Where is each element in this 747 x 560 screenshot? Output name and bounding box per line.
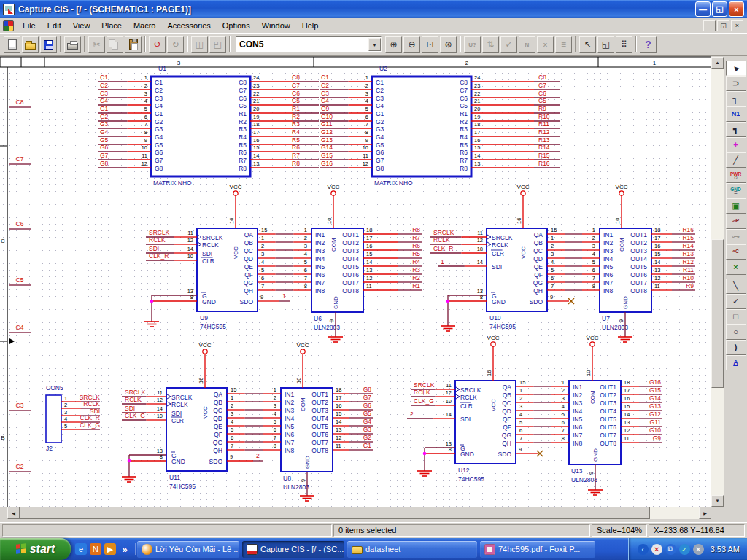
tray-globe-icon[interactable]: ✓ (679, 544, 690, 555)
component-J2[interactable]: CON5J21SRCLK2RCLK3SDI4CLK_R5CLK_G (46, 384, 100, 452)
svg-text:CLK_R: CLK_R (433, 245, 453, 252)
component-U7[interactable]: U7ULN2803IN1OUT118R16IN2OUT217R15IN3OUT3… (600, 184, 695, 342)
svg-text:G3: G3 (363, 426, 372, 433)
place-bus-entry-button[interactable]: ╱ (726, 152, 746, 168)
svg-text:5: 5 (64, 423, 67, 429)
component-U9[interactable]: U974HC595SRCLK11SRCLKRCLK12RCLKSDI14SDIC… (144, 184, 290, 330)
mdi-close-button[interactable]: × (731, 20, 743, 31)
draw-rectangle-button[interactable]: □ (726, 309, 746, 324)
mdi-restore-button[interactable]: ◱ (717, 20, 729, 31)
tray-collapse-icon[interactable]: ‹ (638, 544, 649, 555)
svg-text:G3: G3 (100, 120, 109, 128)
component-U1[interactable]: U1MATRIX NHOC11C1C22C2C33C3C44C4G15G1G26… (98, 65, 319, 187)
place-text-button[interactable]: A (726, 355, 746, 370)
svg-text:14: 14 (187, 246, 193, 252)
svg-text:IN6: IN6 (603, 271, 614, 279)
svg-text:VCC: VCC (517, 184, 530, 190)
svg-text:G2: G2 (363, 434, 372, 441)
place-power-button[interactable]: PWR○ (726, 168, 746, 183)
schematic-page[interactable]: 321CBC8C7C6C5C4C3C2U1MATRIX NHOC11C1C22C… (0, 0, 711, 522)
svg-text:IN5: IN5 (573, 416, 583, 423)
hscroll-right-button[interactable]: ▶ (699, 507, 711, 519)
select-tool-button[interactable]: ▲ (726, 61, 746, 76)
place-ground-button[interactable]: GND≡ (726, 183, 746, 198)
quick-launch-ie-icon[interactable]: e (75, 543, 87, 555)
svg-text:8: 8 (304, 283, 307, 289)
svg-text:R8: R8 (239, 165, 247, 172)
svg-text:G12: G12 (649, 411, 661, 418)
place-junction-button[interactable]: + (726, 137, 746, 152)
svg-text:G6: G6 (376, 149, 384, 156)
place-wire-button[interactable]: ┐ (726, 91, 746, 106)
horizontal-scrollbar[interactable]: ◀▶ (7, 507, 711, 519)
svg-text:IN6: IN6 (315, 271, 325, 279)
svg-text:5: 5 (144, 106, 147, 112)
draw-polyline-button[interactable]: ✓ (726, 294, 746, 309)
svg-text:R1: R1 (412, 282, 420, 289)
draw-ellipse-button[interactable]: ○ (726, 324, 746, 340)
svg-text:3: 3 (551, 251, 554, 257)
place-bus-button[interactable]: ┓ (726, 122, 746, 137)
svg-text:OUT2: OUT2 (600, 392, 616, 399)
hscroll-left-button[interactable]: ◀ (7, 507, 20, 519)
place-hierarchical-block-button[interactable]: ▣ (726, 198, 746, 214)
svg-text:C5: C5 (538, 97, 546, 104)
place-part-button[interactable]: ⊃ (726, 76, 746, 91)
svg-text:6: 6 (365, 114, 368, 120)
vscroll-down-button[interactable]: ▼ (711, 495, 724, 507)
component-U11[interactable]: U1174HC595SRCLK11SRCLKRCLK12RCLKSDI14SDI… (122, 342, 263, 490)
quick-launch-overflow[interactable]: » (119, 543, 131, 555)
tray-mute-icon[interactable]: ✕ (651, 544, 662, 555)
tray-app-icon[interactable]: ✕ (693, 544, 704, 555)
svg-text:MATRIX NHO: MATRIX NHO (153, 179, 192, 187)
task-foxit[interactable]: 74hc595.pdf - Foxit P... (480, 541, 595, 558)
svg-text:3: 3 (304, 243, 307, 249)
svg-text:9: 9 (618, 319, 624, 322)
svg-text:74HC595: 74HC595 (169, 483, 196, 490)
svg-text:C3: C3 (16, 402, 24, 409)
hscroll-thumb[interactable] (20, 507, 650, 519)
component-U2[interactable]: U2MATRIX NHOC11C1C22C2C33C3C44C4G95G1G10… (320, 65, 560, 187)
place-net-alias-button[interactable]: N1 (726, 106, 746, 122)
vertical-scrollbar[interactable]: ▲▼ (711, 57, 724, 507)
place-off-page-connector-icon: «C (732, 249, 738, 254)
svg-text:J2: J2 (46, 445, 53, 452)
vscroll-up-button[interactable]: ▲ (711, 57, 724, 69)
place-text-icon: A (733, 359, 738, 366)
tray-network-icon[interactable]: ⧉ (665, 544, 676, 555)
svg-text:10: 10 (585, 370, 592, 376)
draw-arc-button[interactable]: ) (726, 340, 746, 355)
place-no-connect-button[interactable]: × (726, 260, 746, 275)
component-U13[interactable]: U13ULN2803IN1OUT118G16IN2OUT217G15IN3OUT… (569, 335, 662, 495)
task-music[interactable]: Lời Yêu Còn Mãi - Lệ ... (137, 541, 239, 558)
svg-text:C7: C7 (16, 155, 24, 163)
svg-text:8: 8 (274, 443, 276, 449)
component-U10[interactable]: U1074HC595SRCLK11SRCLKRCLK12RCLKCLK_R10C… (430, 184, 574, 331)
svg-text:R6: R6 (292, 144, 300, 151)
svg-text:5: 5 (592, 259, 595, 265)
svg-text:G16: G16 (649, 378, 661, 386)
svg-text:R9: R9 (538, 105, 546, 112)
task-capture-cis[interactable]: Capture CIS - [/ - (SC... (242, 541, 344, 558)
draw-line-button[interactable]: ╲ (726, 279, 746, 294)
svg-text:G4: G4 (363, 418, 372, 425)
place-hierarchical-port-button[interactable]: ◅P (726, 214, 746, 229)
restore-button[interactable]: ◱ (712, 1, 727, 17)
component-U8[interactable]: U8ULN2803IN1OUT118G8IN2OUT217G7IN3OUT316… (281, 342, 373, 501)
svg-text:14: 14 (654, 259, 660, 265)
svg-text:4: 4 (261, 259, 264, 265)
component-U6[interactable]: U6ULN2803IN1OUT118R8IN2OUT217R7IN3OUT316… (311, 184, 422, 342)
vscroll-thumb[interactable] (711, 239, 724, 388)
start-button[interactable]: start (0, 538, 71, 560)
svg-text:IN8: IN8 (603, 287, 614, 295)
svg-text:R2: R2 (460, 118, 468, 125)
close-button[interactable]: × (729, 1, 744, 17)
task-datasheet[interactable]: datasheet (347, 541, 477, 558)
svg-text:15: 15 (551, 227, 557, 233)
quick-launch-wmp-icon[interactable]: ▶ (104, 543, 116, 555)
svg-text:16: 16 (474, 137, 480, 144)
quick-launch-media-icon[interactable]: N (90, 543, 101, 555)
place-off-page-connector-button[interactable]: «C (726, 244, 746, 260)
svg-text:C6: C6 (239, 95, 247, 102)
svg-text:CLK_R: CLK_R (80, 414, 100, 421)
